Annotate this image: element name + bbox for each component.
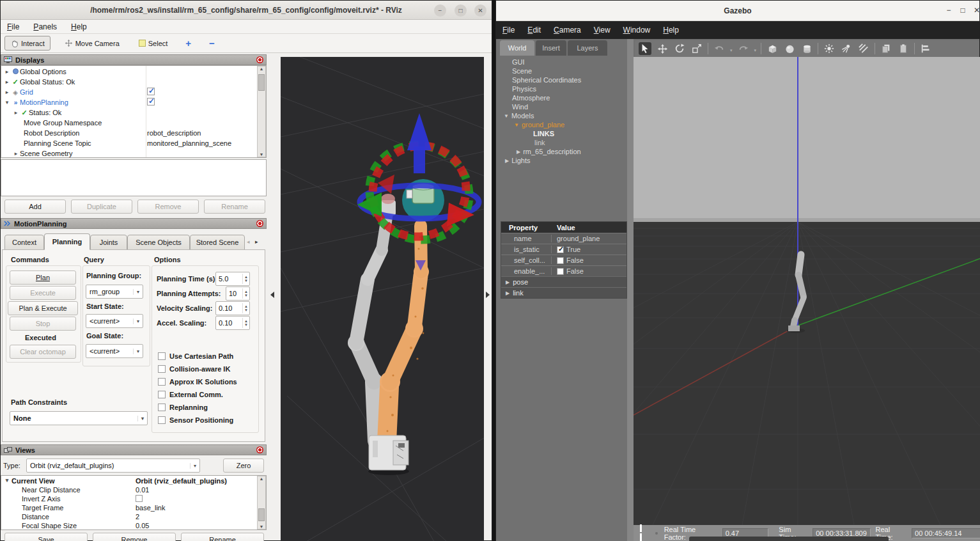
- scrollbar-thumb[interactable]: [258, 74, 265, 91]
- panel-splitter[interactable]: [627, 39, 634, 541]
- copy-icon[interactable]: [880, 42, 892, 55]
- expand-icon[interactable]: [506, 279, 509, 285]
- spot-light-icon[interactable]: [840, 42, 853, 55]
- checkbox[interactable]: [158, 352, 166, 360]
- directional-light-icon[interactable]: [857, 42, 870, 55]
- use-cartesian-path-option[interactable]: Use Cartesian Path: [158, 352, 233, 360]
- scale-tool-icon[interactable]: [690, 42, 703, 55]
- duplicate-display-button[interactable]: Duplicate: [71, 200, 132, 214]
- expand-icon[interactable]: [517, 149, 520, 155]
- maximize-icon[interactable]: □: [455, 4, 467, 17]
- undo-icon[interactable]: [713, 42, 726, 55]
- minimize-icon[interactable]: −: [434, 4, 446, 17]
- cylinder-shape-icon[interactable]: [800, 42, 813, 55]
- undo-menu-icon[interactable]: [730, 43, 733, 54]
- rotate-tool-icon[interactable]: [673, 42, 686, 55]
- tree-row-motionplanning[interactable]: MotionPlanning: [1, 97, 254, 107]
- save-view-button[interactable]: Save: [4, 533, 88, 541]
- menu-panels[interactable]: Panels: [33, 22, 57, 31]
- property-group-link[interactable]: link: [501, 287, 626, 298]
- property-row-self-collide[interactable]: self_coll... False: [501, 255, 626, 265]
- gazebo-titlebar[interactable]: Gazebo − □ ✕: [496, 1, 979, 21]
- planning-attempts-spinbox[interactable]: 10▲▼: [226, 286, 250, 301]
- displays-close-icon[interactable]: [256, 56, 263, 63]
- tree-row-grid[interactable]: Grid: [1, 87, 254, 97]
- expand-icon[interactable]: [3, 89, 11, 95]
- views-scrollbar[interactable]: ▲▼: [257, 476, 266, 529]
- enable-wind-checkbox[interactable]: [557, 268, 564, 275]
- box-shape-icon[interactable]: [766, 42, 779, 55]
- tree-item-models[interactable]: Models: [504, 112, 534, 120]
- translate-tool-icon[interactable]: [656, 42, 669, 55]
- checkbox[interactable]: [158, 391, 166, 398]
- panel-collapse-left-handle[interactable]: [270, 292, 274, 298]
- property-row-name[interactable]: name ground_plane: [501, 233, 626, 244]
- tree-item-link[interactable]: link: [534, 139, 545, 146]
- rviz-3d-viewport[interactable]: [281, 57, 484, 541]
- tab-layers[interactable]: Layers: [568, 40, 607, 56]
- expand-icon[interactable]: [506, 290, 509, 296]
- menu-help[interactable]: Help: [71, 22, 87, 31]
- tree-item-rm65-description[interactable]: rm_65_description: [517, 148, 581, 155]
- tree-row-global-options[interactable]: Global Options: [1, 67, 254, 77]
- tab-insert[interactable]: Insert: [536, 40, 566, 56]
- step-button[interactable]: [655, 532, 658, 535]
- tree-item-lights[interactable]: Lights: [505, 157, 531, 164]
- menu-camera[interactable]: Camera: [554, 26, 581, 35]
- view-row-focal-shape-size[interactable]: Focal Shape Size0.05: [1, 522, 253, 530]
- tab-scroll-right-icon[interactable]: ▸: [255, 239, 258, 245]
- menu-window[interactable]: Window: [623, 26, 651, 35]
- expand-icon[interactable]: [3, 68, 11, 75]
- panel-collapse-right-handle[interactable]: [486, 292, 490, 298]
- views-close-icon[interactable]: [256, 446, 263, 453]
- scrollbar-thumb[interactable]: [258, 508, 265, 521]
- tab-planning[interactable]: Planning: [44, 233, 90, 250]
- remove-display-button[interactable]: Remove: [137, 200, 199, 214]
- menu-edit[interactable]: Edit: [527, 26, 541, 35]
- spinner-arrows-icon[interactable]: ▲▼: [242, 303, 249, 313]
- rviz-titlebar[interactable]: /home/rm/ros2_ws/install/rm_65_config/sh…: [1, 1, 492, 20]
- tab-context[interactable]: Context: [4, 235, 44, 250]
- collapse-icon[interactable]: [514, 122, 519, 128]
- checkbox[interactable]: [158, 365, 166, 373]
- view-type-select[interactable]: Orbit (rviz_default_plugins): [26, 459, 200, 473]
- is-static-checkbox[interactable]: [557, 246, 564, 253]
- property-row-is-static[interactable]: is_static True: [501, 244, 626, 255]
- displays-panel-header[interactable]: Displays: [1, 54, 267, 65]
- menu-file[interactable]: File: [7, 22, 19, 31]
- expand-icon[interactable]: [12, 109, 20, 116]
- plan-button[interactable]: Plan: [10, 270, 76, 285]
- interact-tool-button[interactable]: Interact: [4, 36, 51, 51]
- redo-icon[interactable]: [737, 42, 750, 55]
- property-group-pose[interactable]: pose: [501, 276, 626, 287]
- zero-button[interactable]: Zero: [223, 459, 264, 473]
- tree-row-robot-description[interactable]: Robot Descriptionrobot_description: [1, 128, 254, 138]
- collapse-icon[interactable]: [3, 99, 11, 106]
- tree-item-ground-plane[interactable]: ground_plane: [514, 121, 564, 129]
- select-tool-button[interactable]: Select: [134, 36, 173, 51]
- velocity-scaling-spinbox[interactable]: 0.10▲▼: [215, 301, 250, 315]
- blue-axis-arrow[interactable]: [407, 113, 432, 150]
- motionplanning-panel-header[interactable]: MotionPlanning: [1, 218, 267, 229]
- plan-and-execute-button[interactable]: Plan & Execute: [8, 301, 78, 315]
- start-state-select[interactable]: <current>: [86, 314, 143, 328]
- spinner-arrows-icon[interactable]: ▲▼: [242, 274, 249, 284]
- tree-item-scene[interactable]: Scene: [512, 67, 532, 75]
- tree-item-gui[interactable]: GUI: [512, 58, 525, 66]
- grid-enabled-checkbox[interactable]: [147, 88, 155, 95]
- spinner-arrows-icon[interactable]: ▲▼: [242, 318, 249, 328]
- checkbox[interactable]: [158, 416, 166, 424]
- remove-view-button[interactable]: Remove: [93, 533, 176, 541]
- clear-octomap-button[interactable]: Clear octomap: [10, 345, 76, 359]
- redo-menu-icon[interactable]: [754, 43, 757, 54]
- invert-z-checkbox[interactable]: [136, 495, 143, 502]
- tree-row-global-status[interactable]: Global Status: Ok: [1, 77, 254, 87]
- sphere-shape-icon[interactable]: [783, 42, 796, 55]
- view-row-invert-z[interactable]: Invert Z Axis: [1, 495, 253, 504]
- maximize-icon[interactable]: □: [958, 6, 968, 15]
- view-row-current-view[interactable]: Current ViewOrbit (rviz_default_plugins): [1, 477, 253, 486]
- view-row-near-clip[interactable]: Near Clip Distance0.01: [1, 486, 253, 495]
- tree-row-planning-scene-topic[interactable]: Planning Scene Topicmonitored_planning_s…: [1, 138, 254, 148]
- tree-item-spherical-coordinates[interactable]: Spherical Coordinates: [512, 76, 581, 84]
- motionplanning-close-icon[interactable]: [256, 220, 263, 227]
